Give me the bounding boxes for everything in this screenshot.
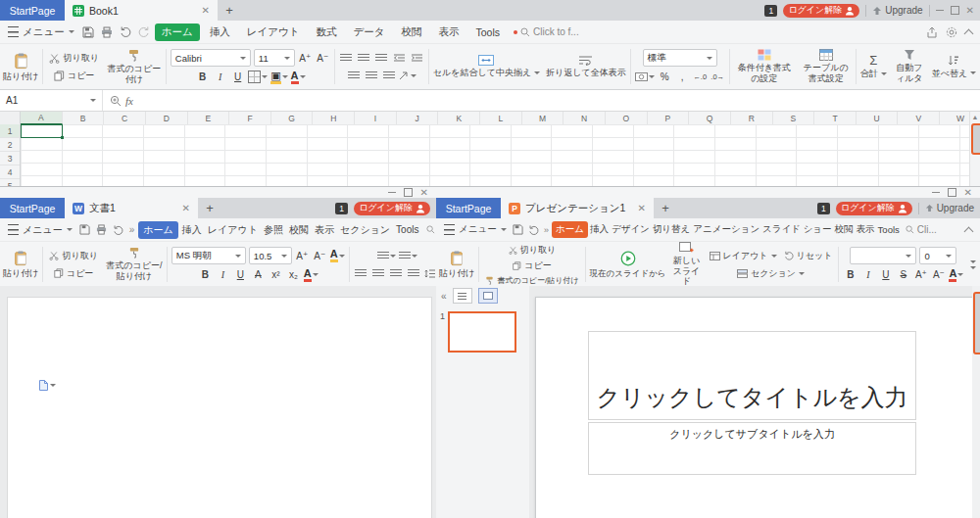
italic-button[interactable]: I bbox=[216, 267, 230, 282]
align-top-button[interactable] bbox=[339, 51, 354, 66]
align-right-button[interactable] bbox=[389, 266, 404, 281]
bold-button[interactable]: B bbox=[198, 267, 213, 282]
cut-button[interactable]: 切り取り bbox=[47, 249, 99, 263]
collapse-ribbon-icon[interactable] bbox=[964, 226, 974, 236]
percent-button[interactable]: % bbox=[658, 70, 672, 84]
font-size-select[interactable]: 0 bbox=[919, 247, 956, 264]
title-placeholder[interactable]: クリックしてタイトルを入力 bbox=[588, 331, 916, 420]
ribbon-tab-layout[interactable]: レイアウト bbox=[240, 24, 307, 41]
maximize-icon[interactable] bbox=[404, 188, 413, 197]
startpage-tab[interactable]: StartPage bbox=[0, 198, 65, 218]
format-painter-button[interactable]: 書式のコピー/貼り付け bbox=[483, 274, 580, 287]
decrease-decimal-button[interactable]: .0→ bbox=[710, 70, 725, 84]
italic-button[interactable]: I bbox=[213, 70, 227, 84]
minimize-icon[interactable] bbox=[932, 192, 940, 193]
cut-button[interactable]: 切り取り bbox=[47, 51, 100, 66]
column-header[interactable]: B bbox=[63, 112, 105, 124]
font-name-select[interactable] bbox=[850, 247, 916, 264]
column-header[interactable]: E bbox=[188, 112, 230, 124]
font-color-button[interactable]: A bbox=[291, 70, 306, 84]
ribbon-tab-transitions[interactable]: 切り替え bbox=[652, 221, 691, 238]
increase-font-button[interactable]: A⁺ bbox=[298, 51, 313, 66]
cells-area[interactable] bbox=[21, 124, 970, 186]
font-size-select[interactable]: 11 bbox=[254, 49, 295, 67]
scrollbar-thumb[interactable] bbox=[973, 292, 980, 354]
ribbon-tab-section[interactable]: セクション bbox=[338, 221, 392, 239]
new-tab-button[interactable]: + bbox=[198, 198, 221, 218]
share-icon[interactable] bbox=[926, 26, 938, 38]
underline-button[interactable]: U bbox=[230, 70, 245, 84]
ribbon-tab-data[interactable]: データ bbox=[346, 24, 391, 41]
underline-button[interactable]: U bbox=[233, 267, 248, 282]
conditional-format-button[interactable]: 条件付き書式の設定 bbox=[731, 44, 798, 89]
row-header[interactable]: 1 bbox=[0, 124, 20, 138]
fill-color-button[interactable]: ▣ bbox=[270, 70, 287, 84]
decrease-font-button[interactable]: A⁻ bbox=[313, 249, 327, 263]
column-header[interactable]: N bbox=[564, 112, 606, 124]
bullets-button[interactable] bbox=[377, 249, 396, 263]
increase-font-button[interactable]: A⁺ bbox=[913, 267, 928, 282]
column-header[interactable]: I bbox=[355, 112, 397, 124]
vertical-scrollbar[interactable] bbox=[972, 286, 980, 518]
slide-thumbnail[interactable] bbox=[448, 311, 516, 353]
minimize-icon[interactable] bbox=[388, 192, 396, 193]
ribbon-tab-insert[interactable]: 挿入 bbox=[180, 221, 204, 239]
vertical-scrollbar[interactable]: ▲ bbox=[969, 112, 980, 186]
reset-button[interactable]: リセット bbox=[782, 249, 835, 263]
row-header[interactable]: 5 bbox=[0, 179, 20, 186]
increase-font-button[interactable]: A⁺ bbox=[295, 249, 310, 263]
increase-indent-button[interactable] bbox=[410, 51, 424, 66]
more-tools-icon[interactable] bbox=[970, 266, 976, 269]
ribbon-tab-formulas[interactable]: 数式 bbox=[309, 24, 343, 41]
save-button[interactable] bbox=[80, 26, 96, 38]
doc-count-badge[interactable]: 1 bbox=[335, 203, 348, 214]
logout-button[interactable]: ログイン解除 bbox=[836, 202, 912, 215]
ribbon-tab-slideshow[interactable]: スライド ショー bbox=[761, 221, 832, 238]
undo-button[interactable] bbox=[118, 26, 133, 37]
borders-button[interactable] bbox=[248, 70, 268, 84]
slide-canvas[interactable]: クリックしてタイトルを入力 クリックしてサブタイトルを入力 bbox=[535, 297, 973, 518]
column-header[interactable]: D bbox=[146, 112, 188, 124]
column-header[interactable]: G bbox=[271, 112, 314, 124]
decrease-font-button[interactable]: A⁻ bbox=[316, 51, 330, 66]
fx-icon[interactable]: fx bbox=[125, 95, 133, 107]
font-size-select[interactable]: 10.5 bbox=[249, 247, 292, 264]
ribbon-tab-view[interactable]: 表示 bbox=[856, 221, 876, 238]
cut-button[interactable]: 切り取り bbox=[507, 243, 558, 258]
redo-button[interactable] bbox=[136, 26, 152, 37]
ribbon-tab-insert[interactable]: 挿入 bbox=[203, 24, 237, 41]
startpage-tab[interactable]: StartPage bbox=[0, 0, 65, 21]
close-tab-icon[interactable]: ✕ bbox=[182, 203, 190, 213]
autofilter-button[interactable]: 自動フィルタ bbox=[890, 44, 929, 89]
ribbon-tab-view[interactable]: 表示 bbox=[431, 24, 466, 41]
currency-button[interactable] bbox=[635, 70, 655, 84]
ribbon-tab-review[interactable]: 校閲 bbox=[834, 221, 855, 238]
comma-style-button[interactable]: , bbox=[675, 70, 690, 84]
ribbon-search[interactable]: Click to f... bbox=[514, 26, 579, 37]
column-header[interactable]: O bbox=[606, 112, 648, 124]
scrollbar-thumb[interactable] bbox=[971, 123, 980, 155]
format-painter-button[interactable]: 書式のコピー/貼り付け bbox=[103, 242, 166, 287]
formula-input[interactable] bbox=[140, 90, 980, 111]
column-header[interactable]: L bbox=[480, 112, 522, 124]
align-center-button[interactable] bbox=[364, 69, 378, 83]
column-header[interactable]: U bbox=[857, 112, 899, 124]
ribbon-tab-design[interactable]: デザイン bbox=[611, 221, 651, 238]
close-tab-icon[interactable]: ✕ bbox=[202, 5, 210, 16]
align-center-button[interactable] bbox=[371, 266, 386, 281]
upgrade-button[interactable]: Upgrade bbox=[925, 203, 974, 213]
column-header[interactable]: R bbox=[731, 112, 773, 124]
align-left-button[interactable] bbox=[354, 266, 368, 281]
paste-button[interactable]: 貼り付け bbox=[436, 242, 477, 287]
upgrade-button[interactable]: Upgrade bbox=[872, 5, 922, 16]
menu-button[interactable]: メニュー bbox=[5, 25, 77, 39]
maximize-icon[interactable] bbox=[951, 6, 959, 15]
print-button[interactable] bbox=[99, 26, 115, 38]
logout-button[interactable]: ログイン解除 bbox=[354, 202, 430, 215]
maximize-icon[interactable] bbox=[948, 188, 956, 197]
copy-button[interactable]: コピー bbox=[52, 266, 95, 281]
strikethrough-button[interactable]: A bbox=[251, 267, 266, 282]
more-quickbar-icon[interactable]: » bbox=[127, 224, 137, 235]
ribbon-tab-tools[interactable]: Tools bbox=[468, 24, 507, 40]
slides-view-button[interactable] bbox=[478, 288, 498, 304]
